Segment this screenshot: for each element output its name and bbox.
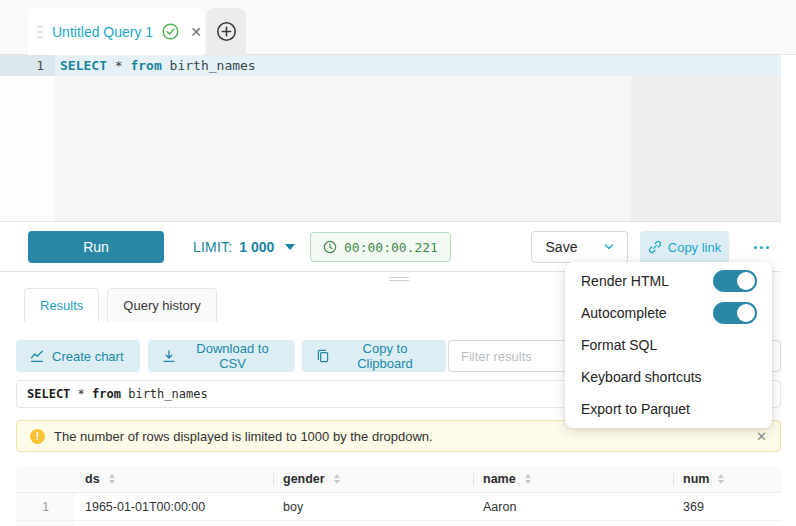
results-table: ds gender name num 1 1965-01-01T00:00:00… xyxy=(16,466,781,526)
cell-num: 369 xyxy=(673,493,781,521)
editor-print-margin xyxy=(631,76,781,221)
column-label: ds xyxy=(85,472,100,486)
chart-icon xyxy=(30,349,44,363)
save-dropdown-button[interactable] xyxy=(591,231,628,263)
sort-icon[interactable] xyxy=(525,474,531,484)
line-number: 1 xyxy=(0,55,44,76)
menu-item-label: Render HTML xyxy=(581,273,669,289)
menu-item-render-html[interactable]: Render HTML xyxy=(565,265,772,297)
menu-item-label: Keyboard shortcuts xyxy=(581,369,702,385)
create-chart-label: Create chart xyxy=(52,349,124,364)
results-tab-bar: Results Query history xyxy=(24,288,217,322)
column-label: gender xyxy=(283,472,325,486)
column-header-gender[interactable]: gender xyxy=(273,466,473,493)
menu-item-keyboard-shortcuts[interactable]: Keyboard shortcuts xyxy=(565,361,772,393)
tab-query-history[interactable]: Query history xyxy=(107,288,216,322)
sql-keyword: from xyxy=(92,387,121,401)
download-icon xyxy=(162,349,176,363)
download-csv-button[interactable]: Download to CSV xyxy=(148,340,295,372)
timer-value: 00:00:00.221 xyxy=(344,240,438,255)
sql-keyword: from xyxy=(130,58,161,73)
sql-table-name: birth_names xyxy=(162,58,256,73)
more-actions-button[interactable] xyxy=(745,231,777,263)
copy-icon xyxy=(316,349,330,363)
add-tab-button[interactable] xyxy=(206,8,246,55)
menu-item-format-sql[interactable]: Format SQL xyxy=(565,329,772,361)
column-label: name xyxy=(483,472,516,486)
query-timer: 00:00:00.221 xyxy=(310,232,451,262)
alert-text: The number of rows displayed is limited … xyxy=(54,429,433,444)
cell-gender: boy xyxy=(273,493,473,521)
sql-editor[interactable]: 1 SELECT * from birth_names xyxy=(0,55,781,222)
table-row xyxy=(673,521,781,526)
row-index: 1 xyxy=(16,493,75,521)
column-label: num xyxy=(683,472,709,486)
check-circle-icon xyxy=(162,23,179,40)
menu-item-export-parquet[interactable]: Export to Parquet xyxy=(565,393,772,425)
limit-dropdown[interactable]: LIMIT: 1 000 xyxy=(193,231,295,263)
menu-item-label: Autocomplete xyxy=(581,305,667,321)
run-button[interactable]: Run xyxy=(28,231,164,263)
limit-value: 1 000 xyxy=(239,239,274,255)
clock-icon xyxy=(323,240,337,254)
sql-keyword: SELECT xyxy=(27,387,70,401)
table-row xyxy=(273,521,473,526)
plus-circle-icon xyxy=(216,21,237,42)
sql-code-line[interactable]: SELECT * from birth_names xyxy=(60,55,256,76)
chevron-down-icon xyxy=(603,241,615,253)
sqllab-screen: Untitled Query 1 ✕ 1 SELECT * fro xyxy=(0,0,796,526)
copy-clipboard-button[interactable]: Copy to Clipboard xyxy=(302,340,446,372)
limit-label: LIMIT: xyxy=(193,239,232,255)
save-button[interactable]: Save xyxy=(531,231,592,263)
copy-link-button[interactable]: Copy link xyxy=(640,231,729,263)
copy-link-label: Copy link xyxy=(668,240,721,255)
sort-icon[interactable] xyxy=(109,474,115,484)
column-header-name[interactable]: name xyxy=(473,466,673,493)
sql-table-name: birth_names xyxy=(121,387,208,401)
table-row xyxy=(473,521,673,526)
drag-handle-icon[interactable] xyxy=(37,25,43,39)
query-tab[interactable]: Untitled Query 1 ✕ xyxy=(28,8,204,55)
sort-icon[interactable] xyxy=(718,474,724,484)
render-html-toggle[interactable] xyxy=(713,270,757,292)
cell-name: Aaron xyxy=(473,493,673,521)
cell-ds: 1965-01-01T00:00:00 xyxy=(75,493,273,521)
query-tab-title: Untitled Query 1 xyxy=(52,24,153,40)
tab-results[interactable]: Results xyxy=(24,288,99,322)
sort-icon[interactable] xyxy=(334,474,340,484)
close-tab-icon[interactable]: ✕ xyxy=(190,24,202,40)
editor-gutter xyxy=(0,55,55,221)
menu-item-label: Export to Parquet xyxy=(581,401,690,417)
pane-resize-handle[interactable] xyxy=(389,277,409,281)
download-csv-label: Download to CSV xyxy=(184,341,281,371)
link-icon xyxy=(648,240,662,254)
table-row xyxy=(75,521,273,526)
column-header-num[interactable]: num xyxy=(673,466,781,493)
autocomplete-toggle[interactable] xyxy=(713,302,757,324)
menu-item-label: Format SQL xyxy=(581,337,657,353)
caret-down-icon xyxy=(285,244,295,250)
sql-operator: * xyxy=(70,387,92,401)
menu-item-autocomplete[interactable]: Autocomplete xyxy=(565,297,772,329)
row-index xyxy=(16,521,75,526)
warning-icon: ! xyxy=(30,429,45,444)
sql-keyword: SELECT xyxy=(60,58,107,73)
query-tab-bar: Untitled Query 1 ✕ xyxy=(0,0,796,55)
alert-close-icon[interactable]: ✕ xyxy=(756,429,767,444)
copy-clipboard-label: Copy to Clipboard xyxy=(338,341,432,371)
more-actions-menu: Render HTML Autocomplete Format SQL Keyb… xyxy=(565,262,772,428)
column-header-index xyxy=(16,466,75,493)
column-header-ds[interactable]: ds xyxy=(75,466,273,493)
sql-operator: * xyxy=(107,58,130,73)
create-chart-button[interactable]: Create chart xyxy=(16,340,140,372)
